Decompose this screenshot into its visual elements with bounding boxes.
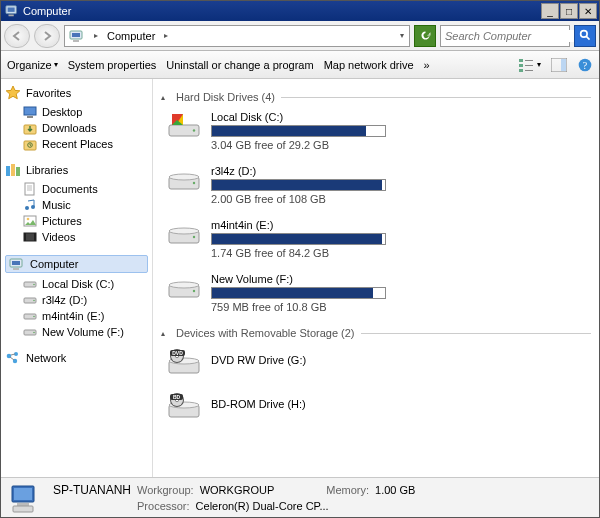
downloads-icon bbox=[23, 121, 37, 135]
section-removable[interactable]: ▴ Devices with Removable Storage (2) bbox=[161, 327, 591, 339]
sidebar-item-music[interactable]: Music bbox=[5, 197, 148, 213]
usage-fill bbox=[212, 180, 382, 190]
libraries-icon bbox=[5, 162, 21, 178]
svg-point-48 bbox=[193, 129, 195, 131]
sidebar-item-documents[interactable]: Documents bbox=[5, 181, 148, 197]
drive-icon bbox=[167, 165, 201, 193]
view-options-button[interactable]: ▾ bbox=[519, 57, 541, 73]
documents-icon bbox=[23, 182, 37, 196]
sidebar-item-desktop[interactable]: Desktop bbox=[5, 104, 148, 120]
svg-point-37 bbox=[33, 284, 35, 286]
drive-icon bbox=[167, 219, 201, 247]
minimize-button[interactable]: _ bbox=[541, 3, 559, 19]
map-network-drive-button[interactable]: Map network drive bbox=[324, 59, 414, 71]
drive-icon bbox=[167, 273, 201, 301]
svg-rect-25 bbox=[25, 183, 34, 195]
sidebar-item-drive-f[interactable]: New Volume (F:) bbox=[5, 324, 148, 340]
chevron-down-icon: ▾ bbox=[54, 60, 58, 69]
drive-e[interactable]: m4int4in (E:) 1.74 GB free of 84.2 GB bbox=[167, 219, 591, 259]
address-location: Computer bbox=[107, 30, 155, 42]
sidebar-group-favorites: Favorites Desktop Downloads Recent Place… bbox=[5, 85, 148, 152]
sidebar: Favorites Desktop Downloads Recent Place… bbox=[1, 79, 153, 477]
drive-d[interactable]: r3l4z (D:) 2.00 GB free of 108 GB bbox=[167, 165, 591, 205]
svg-rect-22 bbox=[6, 166, 10, 176]
preview-pane-button[interactable] bbox=[551, 57, 567, 73]
svg-rect-4 bbox=[72, 33, 80, 37]
svg-rect-74 bbox=[14, 488, 32, 500]
drive-free-text: 1.74 GB free of 84.2 GB bbox=[211, 247, 386, 259]
svg-rect-32 bbox=[34, 233, 36, 241]
svg-text:BD: BD bbox=[173, 394, 181, 400]
svg-point-55 bbox=[193, 236, 195, 238]
drive-free-text: 759 MB free of 10.8 GB bbox=[211, 301, 386, 313]
svg-rect-35 bbox=[13, 268, 19, 270]
svg-rect-76 bbox=[13, 506, 33, 512]
svg-rect-8 bbox=[525, 60, 533, 61]
maximize-button[interactable]: □ bbox=[560, 3, 578, 19]
sidebar-item-videos[interactable]: Videos bbox=[5, 229, 148, 245]
star-icon bbox=[5, 85, 21, 101]
svg-point-52 bbox=[193, 182, 195, 184]
refresh-button[interactable] bbox=[414, 25, 436, 47]
system-properties-button[interactable]: System properties bbox=[68, 59, 157, 71]
drive-dvd-g[interactable]: DVD DVD RW Drive (G:) bbox=[167, 347, 591, 375]
music-icon bbox=[23, 198, 37, 212]
toolbar-overflow[interactable]: » bbox=[424, 59, 430, 71]
sidebar-item-drive-d[interactable]: r3l4z (D:) bbox=[5, 292, 148, 308]
drive-name: Local Disk (C:) bbox=[211, 111, 386, 123]
drive-f[interactable]: New Volume (F:) 759 MB free of 10.8 GB bbox=[167, 273, 591, 313]
svg-rect-9 bbox=[519, 64, 523, 67]
svg-rect-11 bbox=[519, 69, 523, 72]
svg-rect-17 bbox=[24, 107, 36, 115]
toolbar: Organize▾ System properties Uninstall or… bbox=[1, 51, 599, 79]
sidebar-item-drive-e[interactable]: m4int4in (E:) bbox=[5, 308, 148, 324]
forward-button[interactable] bbox=[34, 24, 60, 48]
section-hdd[interactable]: ▴ Hard Disk Drives (4) bbox=[161, 91, 591, 103]
svg-point-58 bbox=[193, 290, 195, 292]
usage-fill bbox=[212, 234, 382, 244]
usage-fill bbox=[212, 126, 366, 136]
drive-local-disk-c[interactable]: Local Disk (C:) 3.04 GB free of 29.2 GB bbox=[167, 111, 591, 151]
divider bbox=[361, 333, 591, 334]
computer-icon bbox=[9, 256, 25, 272]
sidebar-item-downloads[interactable]: Downloads bbox=[5, 120, 148, 136]
sidebar-header-favorites[interactable]: Favorites bbox=[5, 85, 148, 101]
search-button[interactable] bbox=[574, 25, 596, 47]
svg-rect-24 bbox=[16, 167, 20, 176]
svg-point-43 bbox=[33, 332, 35, 334]
chevron-right-icon[interactable]: ▸ bbox=[159, 31, 173, 40]
address-history-dropdown[interactable]: ▾ bbox=[395, 31, 409, 40]
sidebar-header-network[interactable]: Network bbox=[5, 350, 148, 366]
sidebar-group-computer: Computer Local Disk (C:) r3l4z (D:) m4in… bbox=[5, 255, 148, 340]
address-segment-computer[interactable]: ▸ Computer ▸ bbox=[65, 26, 177, 46]
computer-icon bbox=[5, 4, 19, 18]
search-input[interactable] bbox=[441, 30, 588, 42]
chevron-right-icon[interactable]: ▸ bbox=[89, 31, 103, 40]
search-box[interactable] bbox=[440, 25, 570, 47]
close-button[interactable]: ✕ bbox=[579, 3, 597, 19]
status-bar: SP-TUANANH Workgroup: WORKGROUP Memory: … bbox=[1, 477, 599, 517]
network-icon bbox=[5, 350, 21, 366]
sidebar-header-libraries[interactable]: Libraries bbox=[5, 162, 148, 178]
sidebar-item-drive-c[interactable]: Local Disk (C:) bbox=[5, 276, 148, 292]
address-bar[interactable]: ▸ Computer ▸ ▾ bbox=[64, 25, 410, 47]
status-memory-label: Memory: bbox=[326, 484, 369, 496]
back-button[interactable] bbox=[4, 24, 30, 48]
sidebar-group-libraries: Libraries Documents Music Pictures Video… bbox=[5, 162, 148, 245]
drive-bd-h[interactable]: BD BD-ROM Drive (H:) bbox=[167, 391, 591, 419]
svg-point-26 bbox=[25, 206, 29, 210]
status-hostname: SP-TUANANH bbox=[53, 483, 131, 497]
sidebar-item-recent[interactable]: Recent Places bbox=[5, 136, 148, 152]
organize-menu[interactable]: Organize▾ bbox=[7, 59, 58, 71]
divider bbox=[281, 97, 591, 98]
svg-point-29 bbox=[27, 218, 30, 221]
chevron-down-icon: ▾ bbox=[537, 60, 541, 69]
help-button[interactable]: ? bbox=[577, 57, 593, 73]
svg-point-6 bbox=[580, 31, 587, 38]
uninstall-program-button[interactable]: Uninstall or change a program bbox=[166, 59, 313, 71]
usage-bar bbox=[211, 287, 386, 299]
drive-icon bbox=[23, 277, 37, 291]
sidebar-header-computer[interactable]: Computer bbox=[5, 255, 148, 273]
sidebar-item-pictures[interactable]: Pictures bbox=[5, 213, 148, 229]
svg-rect-7 bbox=[519, 59, 523, 62]
